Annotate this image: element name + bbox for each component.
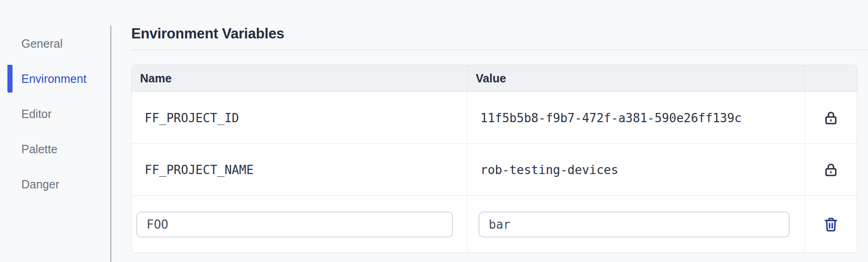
variable-name: FF_PROJECT_NAME — [132, 163, 254, 177]
delete-variable-button[interactable] — [821, 214, 841, 235]
variable-value: rob-testing-devices — [467, 163, 618, 177]
column-header-value: Value — [467, 65, 805, 92]
page-header: Environment Variables — [131, 25, 868, 50]
sidebar-item-environment[interactable]: Environment — [0, 61, 110, 96]
variable-value-cell: rob-testing-devices — [467, 144, 805, 195]
trash-icon — [822, 216, 840, 233]
sidebar-divider — [110, 26, 111, 262]
variable-value-cell: 11f5b5b8-f9b7-472f-a381-590e26ff139c — [467, 92, 805, 143]
variable-name-cell: FF_PROJECT_ID — [132, 92, 467, 143]
variable-value-input[interactable] — [479, 212, 790, 237]
table-row: FF_PROJECT_ID 11f5b5b8-f9b7-472f-a381-59… — [132, 92, 857, 144]
sidebar-item-label: Environment — [21, 72, 86, 86]
sidebar-item-label: Palette — [21, 143, 57, 156]
variable-actions-cell — [805, 92, 857, 143]
variable-name: FF_PROJECT_ID — [132, 111, 239, 125]
variable-value: 11f5b5b8-f9b7-472f-a381-590e26ff139c — [467, 111, 742, 125]
settings-sidebar: General Environment Editor Palette Dange… — [0, 26, 110, 202]
column-header-name: Name — [132, 65, 467, 92]
sidebar-item-label: Danger — [21, 178, 59, 191]
table-header-row: Name Value — [132, 65, 857, 92]
sidebar-item-general[interactable]: General — [0, 26, 110, 61]
variable-actions-cell — [805, 196, 857, 253]
variable-value-cell — [467, 196, 805, 253]
active-tab-indicator — [7, 65, 13, 93]
column-header-actions — [805, 65, 857, 92]
lock-icon — [821, 160, 841, 180]
environment-settings-panel: Environment Variables Name Value FF_PROJ… — [131, 0, 868, 253]
variable-name-input[interactable] — [136, 212, 453, 237]
sidebar-item-label: Editor — [21, 107, 51, 121]
table-row: FF_PROJECT_NAME rob-testing-devices — [132, 144, 857, 196]
sidebar-item-danger[interactable]: Danger — [0, 167, 110, 202]
page-title: Environment Variables — [131, 25, 868, 42]
table-row-editable — [132, 196, 857, 253]
sidebar-item-editor[interactable]: Editor — [0, 96, 110, 131]
lock-icon — [821, 108, 841, 128]
variable-actions-cell — [805, 144, 857, 195]
variable-name-cell — [132, 196, 467, 253]
sidebar-item-label: General — [21, 37, 63, 50]
variable-name-cell: FF_PROJECT_NAME — [132, 144, 467, 195]
environment-variables-table: Name Value FF_PROJECT_ID 11f5b5b8-f9b7-4… — [131, 65, 857, 253]
sidebar-item-palette[interactable]: Palette — [0, 131, 110, 167]
